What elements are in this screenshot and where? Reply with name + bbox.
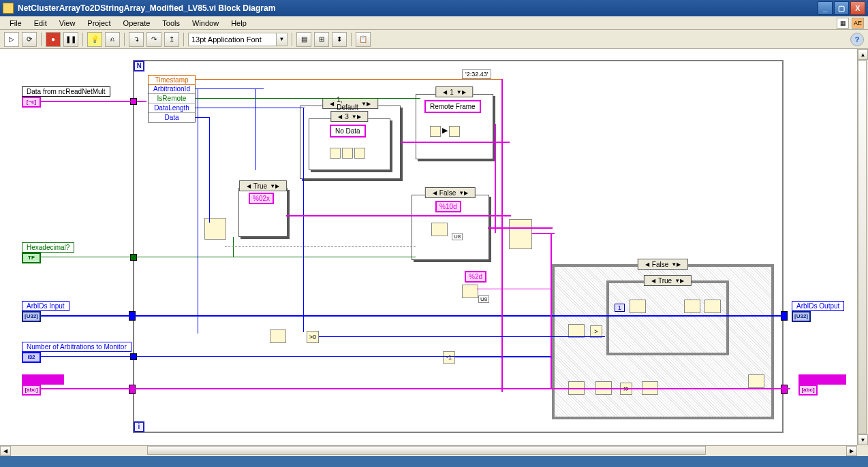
case-default-selector[interactable]: ◀1, Default▼▶ bbox=[322, 98, 378, 109]
gt0-node[interactable]: >0 bbox=[307, 331, 319, 343]
highlight-exec-button[interactable]: 💡 bbox=[87, 32, 102, 47]
search-1d-icon[interactable] bbox=[270, 329, 286, 343]
retain-wire-button[interactable]: ⎌ bbox=[105, 32, 120, 47]
terminal-input-arr[interactable]: [abc] bbox=[22, 385, 41, 396]
out-cluster-icon[interactable] bbox=[748, 374, 764, 388]
menu-operate[interactable]: Operate bbox=[118, 18, 156, 29]
case-inner-selector[interactable]: ◀3▼▶ bbox=[330, 111, 368, 122]
decrement-node[interactable]: -1 bbox=[443, 351, 455, 364]
menu-help[interactable]: Help bbox=[226, 18, 252, 29]
fmt-dec[interactable]: %10d bbox=[435, 201, 461, 212]
menu-edit[interactable]: Edit bbox=[29, 18, 52, 29]
remote-frame-msg[interactable]: Remote Frame bbox=[424, 100, 481, 113]
nodata-msg[interactable]: No Data bbox=[330, 125, 366, 138]
str-icon[interactable] bbox=[354, 148, 365, 159]
v-scroll-thumb[interactable] bbox=[858, 60, 867, 434]
case-inner-true-sel[interactable]: ◀True▼▶ bbox=[644, 275, 692, 286]
block-diagram-canvas[interactable]: N i Data from ncReadNetMult [~c] Hexadec… bbox=[0, 49, 868, 456]
case-hex-frame[interactable]: ◀True▼▶ %02x bbox=[238, 188, 288, 237]
case-hex-selector[interactable]: ◀True▼▶ bbox=[239, 180, 287, 191]
vertical-scrollbar[interactable]: ▲ ▼ bbox=[857, 49, 868, 445]
close-button[interactable]: X bbox=[850, 1, 865, 15]
run-continuous-button[interactable]: ⟳ bbox=[22, 32, 37, 47]
terminal-hex[interactable]: TF bbox=[22, 253, 41, 263]
resize-button[interactable]: ⬍ bbox=[332, 32, 347, 47]
fmt-hex[interactable]: %02x bbox=[249, 193, 274, 204]
terminal-arbids-out[interactable]: [U32] bbox=[792, 311, 811, 322]
scroll-down-icon[interactable]: ▼ bbox=[858, 434, 868, 445]
build-strings-node[interactable] bbox=[509, 219, 532, 249]
control-input-arr[interactable]: Input Array bbox=[22, 374, 64, 385]
case-default-outer[interactable]: ◀1, Default▼▶ ◀3▼▶ No Data bbox=[300, 106, 401, 179]
case-inner-3[interactable]: ◀3▼▶ No Data bbox=[309, 118, 390, 170]
font-input[interactable] bbox=[188, 33, 277, 46]
horizontal-scrollbar[interactable]: ◀ ▶ bbox=[0, 445, 857, 456]
run-button[interactable]: ▷ bbox=[4, 32, 19, 47]
time-format-const[interactable]: '2:32.43' bbox=[462, 69, 491, 79]
concat2-icon[interactable] bbox=[449, 126, 460, 137]
pause-button[interactable]: ❚❚ bbox=[63, 32, 78, 47]
control-arbids-in[interactable]: ArbIDs Input bbox=[22, 301, 69, 311]
scroll-corner bbox=[857, 445, 868, 456]
build-array-icon[interactable] bbox=[330, 148, 341, 159]
step-into-button[interactable]: ↴ bbox=[129, 32, 144, 47]
fmt-two[interactable]: %2d bbox=[465, 271, 486, 283]
indicator-arbids-out[interactable]: ArbIDs Output bbox=[792, 301, 844, 311]
h-scroll-thumb[interactable] bbox=[147, 446, 706, 455]
menu-project[interactable]: Project bbox=[82, 18, 116, 29]
control-hex[interactable]: Hexadecimal? bbox=[22, 242, 74, 253]
step-over-button[interactable]: ↷ bbox=[146, 32, 161, 47]
scroll-left-icon[interactable]: ◀ bbox=[0, 446, 11, 456]
indicator-output-arr[interactable]: Output Array bbox=[799, 374, 846, 385]
fmt2-node[interactable] bbox=[462, 285, 478, 298]
menu-file[interactable]: File bbox=[4, 18, 27, 29]
align-button[interactable]: ▤ bbox=[296, 32, 311, 47]
menu-view[interactable]: View bbox=[54, 18, 81, 29]
abort-button[interactable]: ● bbox=[46, 32, 61, 47]
case-remote-selector[interactable]: ◀1▼▶ bbox=[435, 86, 473, 97]
case-outer-false[interactable]: ◀False▼▶ ◀True▼▶ 1 > ≫ bbox=[552, 264, 774, 419]
u8b-icon[interactable]: U8 bbox=[478, 295, 489, 303]
case-outer-selector[interactable]: ◀False▼▶ bbox=[638, 259, 688, 270]
vi-icon[interactable]: AE bbox=[852, 18, 864, 29]
terminal-output-arr[interactable]: [abc] bbox=[799, 385, 818, 396]
scroll-right-icon[interactable]: ▶ bbox=[846, 446, 857, 456]
case-dec-selector[interactable]: ◀False▼▶ bbox=[425, 187, 476, 198]
step-out-button[interactable]: ↥ bbox=[164, 32, 179, 47]
terminal-arbids-in[interactable]: [U32] bbox=[22, 311, 41, 322]
control-data-in[interactable]: Data from ncReadNetMult bbox=[22, 86, 110, 97]
maximize-button[interactable]: ▢ bbox=[834, 1, 849, 15]
search-array-node[interactable] bbox=[204, 218, 226, 240]
distribute-button[interactable]: ⊞ bbox=[314, 32, 329, 47]
terminal-data-in[interactable]: [~c] bbox=[22, 97, 41, 108]
context-help-icon[interactable]: ▦ bbox=[837, 18, 849, 29]
help-button[interactable]: ? bbox=[850, 33, 864, 46]
font-dropdown-icon[interactable]: ▼ bbox=[277, 33, 288, 46]
u8-type-icon[interactable]: U8 bbox=[452, 233, 463, 240]
case-remote-frame[interactable]: ◀1▼▶ Remote Frame ▶ bbox=[416, 94, 493, 159]
scroll-up-icon[interactable]: ▲ bbox=[858, 49, 868, 60]
concat-icon[interactable] bbox=[342, 148, 353, 159]
delete-elem-icon[interactable] bbox=[630, 300, 646, 313]
wire bbox=[455, 357, 552, 357]
terminal-num-arb[interactable]: I32 bbox=[22, 352, 41, 363]
fmt-into-string-icon[interactable] bbox=[431, 223, 448, 236]
menu-tools[interactable]: Tools bbox=[157, 18, 185, 29]
wire bbox=[196, 98, 420, 99]
reorder-button[interactable]: 📋 bbox=[356, 32, 371, 47]
array-size-icon[interactable] bbox=[568, 324, 585, 338]
build-arr3-icon[interactable] bbox=[704, 300, 721, 313]
unbundle-node[interactable]: Timestamp ArbitrationId IsRemote DataLen… bbox=[148, 75, 196, 123]
font-selector[interactable]: ▼ bbox=[188, 33, 288, 46]
insert-elem-icon[interactable] bbox=[684, 300, 700, 313]
case-inner-true[interactable]: ◀True▼▶ 1 bbox=[606, 280, 729, 355]
minimize-button[interactable]: _ bbox=[818, 1, 833, 15]
case-dec-frame[interactable]: ◀False▼▶ %10d U8 bbox=[412, 195, 489, 260]
app-icon bbox=[3, 3, 14, 14]
wire bbox=[255, 88, 256, 170]
control-num-arb[interactable]: Number of Arbitrations to Monitor bbox=[22, 342, 131, 352]
unbundle-isremote: IsRemote bbox=[149, 94, 195, 103]
const-one[interactable]: 1 bbox=[615, 304, 625, 312]
menu-window[interactable]: Window bbox=[187, 18, 224, 29]
build-array2-icon[interactable] bbox=[430, 126, 441, 137]
